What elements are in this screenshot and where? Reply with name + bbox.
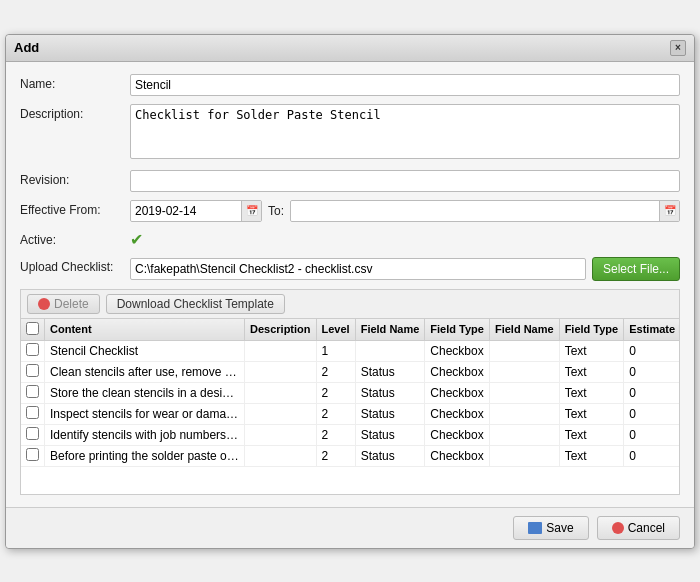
row-field-type: Checkbox xyxy=(425,382,490,403)
dialog-body: Name: Description: Revision: Effective F… xyxy=(6,62,694,507)
to-calendar-button[interactable]: 📅 xyxy=(659,201,679,221)
table-header-row: Content Description Level Field Name Fie… xyxy=(21,319,679,341)
effective-from-control: 📅 To: 📅 xyxy=(130,200,680,222)
select-all-checkbox[interactable] xyxy=(26,322,39,335)
delete-button[interactable]: Delete xyxy=(27,294,100,314)
col-header-checkbox xyxy=(21,319,45,341)
row-checkbox[interactable] xyxy=(26,385,39,398)
table-container[interactable]: Content Description Level Field Name Fie… xyxy=(21,319,679,494)
effective-from-calendar-button[interactable]: 📅 xyxy=(241,201,261,221)
row-description xyxy=(245,361,317,382)
table-row: Inspect stencils for wear or damage befo… xyxy=(21,403,679,424)
row-estimate: 0 xyxy=(624,340,679,361)
revision-row: Revision: xyxy=(20,170,680,192)
row-checkbox-cell xyxy=(21,445,45,466)
table-toolbar: Delete Download Checklist Template xyxy=(21,290,679,319)
upload-label: Upload Checklist: xyxy=(20,257,130,274)
col-header-field-type2: Field Type xyxy=(559,319,624,341)
row-field-name xyxy=(355,340,425,361)
to-date-input[interactable] xyxy=(291,201,659,221)
dialog-footer: Save Cancel xyxy=(6,507,694,548)
row-field-type: Checkbox xyxy=(425,340,490,361)
delete-icon xyxy=(38,298,50,310)
active-checkmark: ✔ xyxy=(130,231,143,248)
row-level: 2 xyxy=(316,382,355,403)
download-template-button[interactable]: Download Checklist Template xyxy=(106,294,285,314)
row-description xyxy=(245,340,317,361)
row-field-type2: Text xyxy=(559,445,624,466)
row-estimate: 0 xyxy=(624,403,679,424)
to-label: To: xyxy=(268,204,284,218)
row-content: Clean stencils after use, remove any sol… xyxy=(45,361,245,382)
row-checkbox[interactable] xyxy=(26,364,39,377)
table-row: Stencil Checklist 1 Checkbox Text 0 xyxy=(21,340,679,361)
revision-input[interactable] xyxy=(130,170,680,192)
row-field-name2 xyxy=(489,361,559,382)
table-row: Clean stencils after use, remove any sol… xyxy=(21,361,679,382)
row-field-type2: Text xyxy=(559,382,624,403)
row-field-type2: Text xyxy=(559,361,624,382)
checklist-table-section: Delete Download Checklist Template Conte… xyxy=(20,289,680,495)
effective-from-date-wrap: 📅 xyxy=(130,200,262,222)
active-label: Active: xyxy=(20,230,130,247)
row-description xyxy=(245,382,317,403)
row-checkbox[interactable] xyxy=(26,427,39,440)
row-description xyxy=(245,424,317,445)
upload-control: Select File... xyxy=(130,257,680,281)
name-input[interactable] xyxy=(130,74,680,96)
checklist-table: Content Description Level Field Name Fie… xyxy=(21,319,679,467)
row-estimate: 0 xyxy=(624,445,679,466)
close-button[interactable]: × xyxy=(670,40,686,56)
row-content: Before printing the solder paste on pcb,… xyxy=(45,445,245,466)
row-estimate: 0 xyxy=(624,424,679,445)
upload-row: Upload Checklist: Select File... xyxy=(20,257,680,281)
row-checkbox[interactable] xyxy=(26,448,39,461)
description-input[interactable] xyxy=(130,104,680,159)
to-date-wrap: 📅 xyxy=(290,200,680,222)
row-content: Stencil Checklist xyxy=(45,340,245,361)
row-checkbox[interactable] xyxy=(26,343,39,356)
row-field-type: Checkbox xyxy=(425,424,490,445)
active-control: ✔ xyxy=(130,230,680,249)
revision-control xyxy=(130,170,680,192)
row-field-type: Checkbox xyxy=(425,445,490,466)
row-level: 2 xyxy=(316,361,355,382)
row-checkbox-cell xyxy=(21,424,45,445)
row-description xyxy=(245,445,317,466)
description-control xyxy=(130,104,680,162)
effective-from-label: Effective From: xyxy=(20,200,130,217)
row-content: Identify stencils with job numbers. This… xyxy=(45,424,245,445)
revision-label: Revision: xyxy=(20,170,130,187)
cancel-button[interactable]: Cancel xyxy=(597,516,680,540)
row-checkbox-cell xyxy=(21,361,45,382)
cancel-label: Cancel xyxy=(628,521,665,535)
row-field-name: Status xyxy=(355,424,425,445)
row-field-name2 xyxy=(489,445,559,466)
table-body: Stencil Checklist 1 Checkbox Text 0 Clea… xyxy=(21,340,679,466)
row-description xyxy=(245,403,317,424)
select-file-button[interactable]: Select File... xyxy=(592,257,680,281)
col-header-estimate: Estimate H xyxy=(624,319,679,341)
row-estimate: 0 xyxy=(624,382,679,403)
upload-path-input[interactable] xyxy=(130,258,586,280)
close-icon: × xyxy=(675,42,681,53)
table-row: Identify stencils with job numbers. This… xyxy=(21,424,679,445)
col-header-level: Level xyxy=(316,319,355,341)
row-field-type2: Text xyxy=(559,403,624,424)
effective-from-input[interactable] xyxy=(131,201,241,221)
row-checkbox[interactable] xyxy=(26,406,39,419)
delete-label: Delete xyxy=(54,297,89,311)
description-row: Description: xyxy=(20,104,680,162)
row-level: 1 xyxy=(316,340,355,361)
row-checkbox-cell xyxy=(21,382,45,403)
col-header-field-name: Field Name xyxy=(355,319,425,341)
save-icon xyxy=(528,522,542,534)
save-button[interactable]: Save xyxy=(513,516,588,540)
row-checkbox-cell xyxy=(21,403,45,424)
row-field-name2 xyxy=(489,403,559,424)
row-checkbox-cell xyxy=(21,340,45,361)
row-level: 2 xyxy=(316,445,355,466)
row-field-type2: Text xyxy=(559,340,624,361)
row-field-type2: Text xyxy=(559,424,624,445)
effective-from-row: Effective From: 📅 To: 📅 xyxy=(20,200,680,222)
